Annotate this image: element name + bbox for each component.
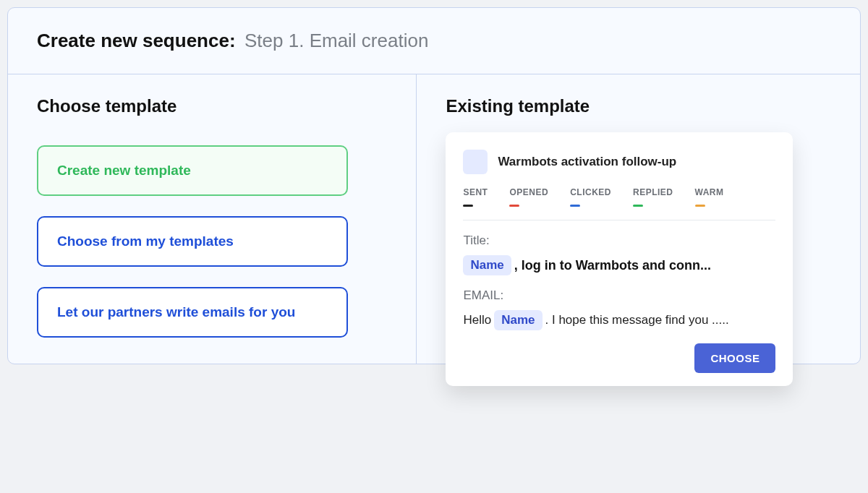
variable-name-pill: Name: [463, 255, 511, 275]
stat-replied-indicator: [633, 205, 643, 207]
title-text: , log in to Warmbots and conn...: [514, 258, 711, 273]
choose-template-panel: Choose template Create new template Choo…: [8, 74, 417, 364]
divider: [463, 220, 775, 220]
template-preview-card: Warmbots activation follow-up SENT OPENE…: [446, 132, 793, 386]
stat-clicked-indicator: [570, 205, 580, 207]
template-name: Warmbots activation follow-up: [498, 155, 676, 169]
stat-opened: OPENED: [509, 187, 548, 207]
template-avatar-icon: [463, 150, 488, 174]
stat-warm: WARM: [695, 187, 724, 207]
existing-template-heading: Existing template: [446, 96, 831, 116]
stat-clicked: CLICKED: [570, 187, 611, 207]
stat-warm-indicator: [695, 205, 705, 207]
title-preview: Name , log in to Warmbots and conn...: [463, 255, 775, 275]
partners-write-option[interactable]: Let our partners write emails for you: [37, 287, 348, 338]
stat-sent: SENT: [463, 187, 488, 207]
existing-template-panel: Existing template Warmbots activation fo…: [417, 74, 860, 364]
wizard-step-label: Step 1. Email creation: [244, 30, 428, 51]
template-stats-row: SENT OPENED CLICKED REPLIED: [463, 187, 775, 207]
create-new-template-option[interactable]: Create new template: [37, 145, 348, 196]
email-preview: Hello Name . I hope this message find yo…: [463, 310, 775, 330]
stat-opened-indicator: [509, 205, 519, 207]
choose-template-heading: Choose template: [37, 96, 387, 116]
sequence-wizard-card: Create new sequence: Step 1. Email creat…: [7, 7, 861, 364]
variable-name-pill: Name: [494, 310, 542, 330]
wizard-title: Create new sequence:: [37, 30, 236, 51]
wizard-header: Create new sequence: Step 1. Email creat…: [8, 8, 860, 74]
email-rest: . I hope this message find you .....: [545, 313, 729, 327]
title-field-label: Title:: [463, 233, 775, 248]
email-prefix: Hello: [463, 313, 491, 327]
email-field-label: EMAIL:: [463, 288, 775, 303]
stat-replied: REPLIED: [633, 187, 673, 207]
stat-sent-indicator: [463, 205, 473, 207]
choose-template-button[interactable]: CHOOSE: [694, 343, 775, 373]
choose-from-my-templates-option[interactable]: Choose from my templates: [37, 216, 348, 267]
